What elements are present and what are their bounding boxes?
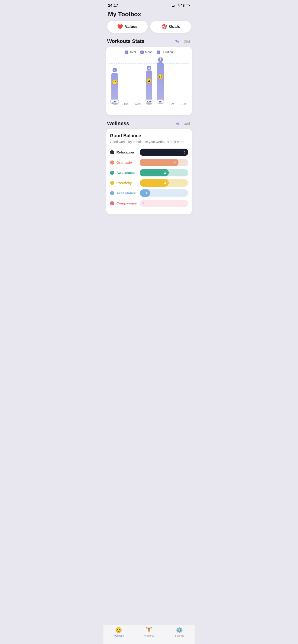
- relaxation-label: Relaxation: [117, 150, 137, 154]
- chart-day-wed: Wed: [132, 56, 143, 106]
- wellness-period-toggle: 7d 30d: [174, 121, 191, 126]
- awareness-dot: [110, 170, 114, 175]
- toolbox-row: ❤️ Values 🎯 Goals: [104, 21, 195, 36]
- awareness-bar-bg: 3: [140, 169, 188, 176]
- chart-day-fri: 3 🙂 2m Fri: [155, 56, 166, 106]
- heart-icon: ❤️: [117, 24, 123, 30]
- awareness-label: Awareness: [117, 170, 137, 174]
- signal-icon: [172, 4, 176, 7]
- wellness-row-awareness: Awareness 3: [110, 169, 188, 176]
- day-label-mon: Mon: [112, 102, 117, 106]
- mood-fri: 🙂: [158, 74, 163, 80]
- positivity-bar-fill: 3: [140, 179, 169, 186]
- relaxation-bar-bg: 5: [140, 148, 188, 156]
- compassion-bar-fill: 0: [140, 200, 188, 207]
- positivity-label: Positivity: [117, 181, 137, 185]
- awareness-bar-fill: 3: [140, 169, 169, 176]
- day-label-sun: Sun: [181, 102, 186, 106]
- legend-total: ✓ Total: [125, 50, 136, 54]
- bar-fri: 🙂 2m: [157, 62, 164, 100]
- gratitude-bar-bg: 4: [140, 159, 188, 166]
- wellness-row-relaxation: Relaxation 5: [110, 148, 188, 156]
- bar-count-thu: 2: [147, 66, 151, 70]
- wellness-card: Good Balance Good work! Try to balance y…: [106, 129, 192, 214]
- values-button[interactable]: ❤️ Values: [107, 21, 148, 33]
- duration-checkbox[interactable]: ✓: [157, 50, 160, 54]
- day-label-sat: Sat: [170, 102, 174, 106]
- gratitude-label: Gratitude: [117, 160, 137, 164]
- workouts-stats-title: Workouts Stats: [107, 38, 145, 44]
- header: My Toolbox: [104, 10, 195, 21]
- battery-icon: [183, 4, 190, 7]
- wellness-row-positivity: Positivity 3: [110, 179, 188, 186]
- acceptance-bar-fill: 1: [140, 190, 150, 197]
- day-label-fri: Fri: [159, 102, 162, 106]
- gratitude-dot: [110, 160, 114, 164]
- relaxation-value: 5: [184, 150, 185, 154]
- bar-mon: 😐 14m: [111, 73, 118, 100]
- mood-thu: 😐: [146, 78, 152, 84]
- wellness-title: Wellness: [107, 120, 129, 126]
- wellness-row-gratitude: Gratitude 4: [110, 159, 188, 166]
- legend-mood: ✓ Mood: [140, 50, 152, 54]
- gratitude-bar-fill: 4: [140, 159, 178, 166]
- status-bar: 14:17: [104, 0, 195, 10]
- status-time: 14:17: [108, 3, 118, 8]
- compassion-label: Compassion: [117, 201, 137, 205]
- chart-day-thu: 2 😐 20m Thu: [143, 56, 155, 106]
- status-icons: [172, 4, 190, 8]
- chart-area: 2 😐 14m Mon Tue Wed: [109, 56, 189, 112]
- compassion-dot: [110, 201, 114, 206]
- compassion-bar-bg: 0: [140, 200, 188, 207]
- positivity-dot: [110, 181, 114, 185]
- acceptance-bar-bg: 1: [140, 190, 188, 197]
- day-label-thu: Thu: [146, 102, 152, 106]
- compassion-value: 0: [143, 202, 144, 205]
- day-label-wed: Wed: [134, 102, 141, 106]
- wellness-card-title: Good Balance: [110, 133, 188, 138]
- awareness-value: 3: [164, 171, 166, 174]
- chart-day-mon: 2 😐 14m Mon: [109, 56, 120, 106]
- relaxation-dot: [110, 150, 114, 154]
- chart-legend: ✓ Total ✓ Mood ✓ Duration: [109, 50, 189, 54]
- chart-day-sun: Sun: [178, 56, 189, 106]
- wifi-icon: [178, 4, 182, 8]
- positivity-bar-bg: 3: [140, 179, 188, 186]
- chart-days: 2 😐 14m Mon Tue Wed: [109, 56, 189, 106]
- chart-day-sat: Sat: [166, 56, 178, 106]
- wellness-card-subtitle: Good work! Try to balance your workouts …: [110, 140, 188, 144]
- page-title: My Toolbox: [108, 11, 190, 18]
- workouts-30d-button[interactable]: 30d: [183, 39, 191, 44]
- relaxation-bar-fill: 5: [140, 148, 188, 156]
- acceptance-value: 1: [146, 191, 148, 195]
- bar-count-fri: 3: [158, 58, 163, 62]
- wellness-row-acceptance: Acceptance 1: [110, 190, 188, 197]
- goals-label: Goals: [169, 24, 180, 29]
- wellness-row-compassion: Compassion 0: [110, 200, 188, 207]
- gratitude-value: 4: [174, 161, 176, 164]
- wellness-7d-button[interactable]: 7d: [174, 121, 180, 126]
- bar-wrapper-mon: 2 😐 14m: [111, 68, 118, 100]
- day-label-tue: Tue: [123, 102, 129, 106]
- goals-icon: 🎯: [161, 24, 167, 30]
- acceptance-dot: [110, 191, 114, 195]
- mood-mon: 😐: [112, 79, 118, 85]
- bar-wrapper-thu: 2 😐 20m: [146, 66, 152, 100]
- workouts-7d-button[interactable]: 7d: [174, 39, 180, 44]
- wellness-30d-button[interactable]: 30d: [183, 121, 191, 126]
- legend-duration: ✓ Duration: [157, 50, 173, 54]
- chart-day-tue: Tue: [120, 56, 132, 106]
- values-label: Values: [125, 24, 137, 29]
- bar-wrapper-fri: 3 🙂 2m: [157, 58, 164, 100]
- acceptance-label: Acceptance: [117, 191, 137, 195]
- workouts-period-toggle: 7d 30d: [174, 39, 191, 44]
- wellness-header: Wellness 7d 30d: [104, 119, 195, 129]
- goals-button[interactable]: 🎯 Goals: [150, 21, 191, 33]
- total-checkbox[interactable]: ✓: [125, 50, 128, 54]
- positivity-value: 3: [164, 181, 166, 185]
- bar-thu: 😐 20m: [146, 70, 152, 100]
- mood-checkbox[interactable]: ✓: [140, 50, 144, 54]
- workouts-stats-header: Workouts Stats 7d 30d: [104, 36, 195, 46]
- chart-card: ✓ Total ✓ Mood ✓ Duration 2 😐: [106, 46, 192, 115]
- bar-count-mon: 2: [113, 68, 117, 72]
